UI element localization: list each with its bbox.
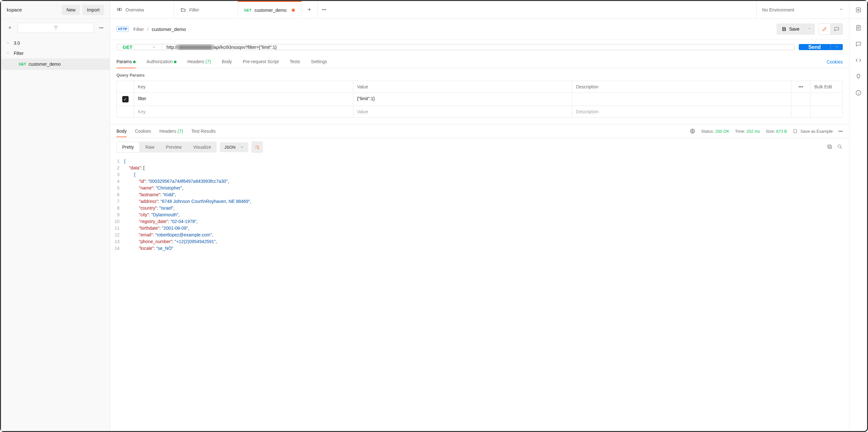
url-input[interactable]: http://███████████/api/kci93nssqxv?filte… [162, 44, 795, 50]
query-params-title: Query Params [110, 68, 849, 81]
svg-rect-2 [856, 8, 860, 12]
new-button[interactable]: New [62, 5, 80, 15]
view-visualize-button[interactable]: Visualize [187, 142, 217, 153]
info-icon[interactable] [855, 90, 862, 97]
comments-icon[interactable] [855, 41, 862, 48]
tab-overflow-menu[interactable]: ••• [317, 1, 331, 19]
tab-overview[interactable]: Overview [110, 1, 174, 19]
param-key-input[interactable]: Key [134, 106, 353, 117]
indicator-dot-icon [174, 61, 177, 63]
svg-rect-5 [829, 146, 832, 149]
tab-filter[interactable]: Filter [174, 1, 238, 19]
import-button[interactable]: Import [82, 5, 104, 15]
lightbulb-icon[interactable] [855, 73, 862, 81]
format-selector[interactable]: JSON [220, 142, 248, 152]
search-response-button[interactable] [837, 144, 843, 151]
indicator-dot-icon [133, 61, 135, 63]
view-mode-segment: Pretty Raw Preview Visualize [117, 142, 217, 153]
globe-icon [690, 128, 695, 134]
environment-label: No Environment [763, 7, 794, 12]
comment-icon-button[interactable] [831, 23, 843, 35]
save-example-button[interactable]: Save as Example [793, 129, 833, 134]
environment-quicklook-icon[interactable] [849, 1, 867, 19]
param-desc-input[interactable] [572, 93, 792, 105]
overview-icon [117, 7, 122, 13]
main-panel: HTTP Filter / customer_demo Save GET htt [110, 19, 849, 431]
breadcrumb: Filter / customer_demo [133, 27, 186, 32]
new-tab-button[interactable]: + [302, 1, 317, 19]
tree-label: 3.0 [14, 40, 20, 45]
method-badge: GET [19, 62, 26, 66]
col-description: Description [572, 81, 792, 93]
wrap-lines-button[interactable] [251, 141, 263, 153]
docs-icon[interactable] [855, 25, 862, 32]
bulk-edit-link[interactable]: Bulk Edit [811, 81, 842, 93]
cookies-link[interactable]: Cookies [827, 59, 843, 64]
tree-label: customer_demo [29, 62, 61, 67]
tab-label: Overview [125, 7, 144, 12]
code-icon[interactable] [855, 57, 862, 64]
breadcrumb-folder[interactable]: Filter [133, 27, 144, 32]
query-params-table: Key Value Description ••• Bulk Edit ✓ fi… [117, 81, 843, 118]
status-label: Status: 200 OK [701, 129, 729, 134]
tab-body[interactable]: Body [222, 56, 232, 68]
workspace-label: kspace New Import [1, 1, 110, 19]
sidebar: + ••• 3.0 Filter GET customer_demo [1, 19, 110, 431]
tab-request-active[interactable]: GET customer_demo [238, 1, 302, 19]
response-body-viewer[interactable]: 1234567891011121314 { "data": [ { "id": … [110, 156, 849, 431]
response-tabs: Body Cookies Headers (7) Test Results St… [110, 124, 849, 138]
http-chip-icon: HTTP [117, 26, 129, 32]
table-row: ✓ filter {"limit":1} [117, 93, 842, 106]
tab-settings[interactable]: Settings [311, 56, 327, 68]
right-rail [849, 19, 867, 431]
svg-point-7 [838, 145, 841, 148]
tab-tests[interactable]: Tests [290, 56, 300, 68]
param-value-input[interactable]: {"limit":1} [353, 93, 572, 105]
sidebar-more-menu[interactable]: ••• [97, 26, 105, 30]
view-preview-button[interactable]: Preview [160, 142, 188, 153]
tab-authorization[interactable]: Authorization [147, 56, 177, 68]
param-value-input[interactable]: Value [353, 106, 572, 117]
tab-headers[interactable]: Headers (7) [187, 56, 211, 68]
svg-rect-6 [828, 145, 831, 148]
param-desc-input[interactable]: Description [572, 106, 792, 117]
response-more-menu[interactable]: ••• [838, 129, 843, 134]
breadcrumb-current: customer_demo [152, 27, 186, 32]
view-pretty-button[interactable]: Pretty [117, 142, 140, 153]
send-dropdown-button[interactable] [830, 44, 843, 50]
tab-params[interactable]: Params [117, 56, 135, 68]
save-button[interactable]: Save [777, 24, 804, 34]
tree-item-folder[interactable]: Filter [1, 48, 110, 58]
param-key-input[interactable]: filter [134, 93, 353, 105]
view-raw-button[interactable]: Raw [140, 142, 160, 153]
checkbox-checked[interactable]: ✓ [122, 96, 129, 102]
svg-point-3 [858, 9, 859, 10]
resp-tab-tests[interactable]: Test Results [191, 125, 215, 137]
resp-tab-headers[interactable]: Headers (7) [160, 125, 183, 137]
request-tabs: Params Authorization Headers (7) Body Pr… [110, 56, 849, 68]
col-key: Key [134, 81, 353, 93]
tree-item-request[interactable]: GET customer_demo [1, 58, 110, 70]
tree-label: Filter [14, 51, 24, 56]
tree-item-collection[interactable]: 3.0 [1, 38, 110, 48]
environment-selector[interactable]: No Environment [756, 1, 849, 19]
tab-label: customer_demo [255, 8, 286, 13]
copy-response-button[interactable] [827, 144, 833, 151]
table-header-row: Key Value Description ••• Bulk Edit [117, 81, 842, 93]
save-button-group: Save [777, 24, 815, 34]
url-bar: GET http://███████████/api/kci93nssqxv?f… [117, 44, 795, 50]
edit-icon-button[interactable] [818, 23, 831, 35]
method-selector[interactable]: GET [117, 44, 162, 50]
workspace-name: kspace [7, 7, 22, 12]
sidebar-add-button[interactable]: + [5, 23, 14, 32]
sidebar-filter-input[interactable] [18, 23, 94, 33]
resp-tab-cookies[interactable]: Cookies [135, 125, 151, 137]
send-button[interactable]: Send [799, 44, 830, 50]
table-more-menu[interactable]: ••• [792, 81, 811, 93]
save-dropdown-button[interactable] [804, 24, 815, 34]
method-badge: GET [244, 8, 251, 12]
tab-prerequest[interactable]: Pre-request Script [243, 56, 279, 68]
folder-icon [180, 7, 186, 13]
resp-tab-body[interactable]: Body [117, 125, 127, 137]
chevron-down-icon [839, 7, 843, 12]
